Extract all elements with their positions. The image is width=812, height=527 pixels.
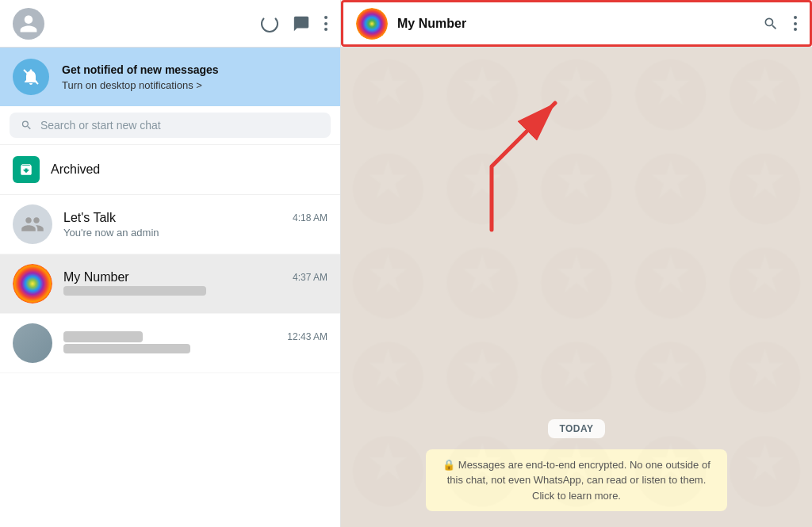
- notification-banner[interactable]: Get notified of new messages Turn on des…: [0, 48, 340, 106]
- person-icon: [18, 13, 39, 34]
- search-icon: [21, 119, 33, 132]
- chat-contact-name: My Number: [397, 17, 466, 31]
- chat-time: 4:18 AM: [293, 212, 327, 223]
- main-content: Get notified of new messages Turn on des…: [0, 48, 812, 527]
- archived-row[interactable]: Archived: [0, 145, 340, 195]
- svg-point-2: [13, 264, 52, 304]
- list-item[interactable]: Let's Talk 4:18 AM You're now an admin: [0, 195, 340, 254]
- list-item[interactable]: 12:43 AM: [0, 314, 340, 373]
- chat-info: Let's Talk 4:18 AM You're now an admin: [63, 211, 327, 239]
- sidebar-topbar: [0, 0, 341, 47]
- chat-menu-icon[interactable]: [794, 16, 797, 31]
- chat-bubble-icon: [293, 15, 310, 32]
- topbar-icons: [261, 15, 327, 32]
- chat-time: 12:43 AM: [287, 331, 327, 342]
- blurred-preview: [63, 286, 206, 296]
- chat-pattern: [341, 48, 812, 518]
- notification-subtitle[interactable]: Turn on desktop notifications >: [62, 79, 219, 91]
- new-chat-icon[interactable]: [293, 15, 310, 32]
- chat-info: My Number 4:37 AM: [63, 270, 327, 298]
- user-avatar[interactable]: [13, 8, 44, 40]
- chat-preview: You're now an admin: [63, 227, 327, 239]
- chat-list: Archived Let's Talk 4:18 AM You're now a…: [0, 145, 340, 527]
- search-input[interactable]: [40, 119, 320, 132]
- chat-name: My Number: [63, 270, 129, 285]
- notification-text: Get notified of new messages Turn on des…: [62, 63, 219, 90]
- chat-contact-avatar: [356, 8, 388, 40]
- chat-time: 4:37 AM: [293, 272, 327, 283]
- sidebar: Get notified of new messages Turn on des…: [0, 48, 341, 527]
- chat-topbar-actions: [762, 15, 797, 32]
- chat-info: 12:43 AM: [63, 331, 327, 356]
- svg-rect-3: [341, 48, 812, 518]
- chat-topbar: My Number: [341, 0, 812, 47]
- notification-icon-container: [13, 59, 49, 95]
- chat-preview: [63, 344, 327, 356]
- bell-slash-icon: [21, 67, 40, 86]
- chat-search-icon[interactable]: [762, 15, 779, 32]
- chat-background: TODAY 🔒 Messages are end-to-end encrypte…: [341, 48, 812, 527]
- group-avatar: [13, 204, 52, 244]
- chat-area: TODAY 🔒 Messages are end-to-end encrypte…: [341, 48, 812, 527]
- rainbow-avatar: [13, 264, 52, 304]
- chat-name: Let's Talk: [63, 211, 116, 225]
- status-icon[interactable]: [261, 15, 278, 32]
- notification-title: Get notified of new messages: [62, 63, 219, 77]
- contact-avatar: [13, 323, 52, 363]
- top-bar: My Number: [0, 0, 812, 48]
- group-icon: [21, 212, 44, 236]
- svg-point-0: [356, 8, 388, 40]
- search-icon: [763, 16, 779, 32]
- list-item[interactable]: My Number 4:37 AM: [0, 254, 340, 314]
- sidebar-menu-icon[interactable]: [324, 16, 327, 31]
- search-bar: [0, 106, 340, 145]
- archived-label: Archived: [51, 162, 100, 177]
- blurred-name: [63, 331, 143, 342]
- archive-icon: [19, 162, 33, 177]
- spinner-visual: [261, 15, 278, 32]
- search-inner: [10, 113, 331, 138]
- blurred-preview: [63, 344, 190, 353]
- archived-icon: [13, 156, 40, 183]
- chat-preview: [63, 286, 327, 298]
